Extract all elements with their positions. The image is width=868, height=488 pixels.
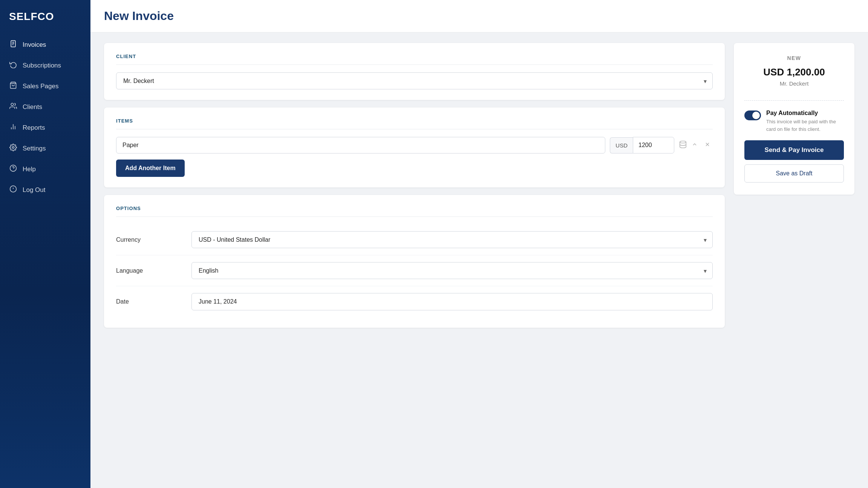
item-move-up-button[interactable] xyxy=(689,140,700,151)
client-select-wrapper: Mr. Deckert ▾ xyxy=(116,72,713,89)
currency-select-wrapper: USD - United States Dollar ▾ xyxy=(191,231,713,248)
language-select[interactable]: English xyxy=(191,262,713,279)
pay-auto-text-group: Pay Automatically This invoice will be p… xyxy=(766,110,844,133)
logo: SELFCO xyxy=(0,0,90,35)
clients-icon xyxy=(9,102,17,112)
invoice-summary-panel: NEW USD 1,200.00 Mr. Deckert Pay Automat… xyxy=(734,43,854,195)
currency-select[interactable]: USD - United States Dollar xyxy=(191,231,713,248)
item-remove-button[interactable] xyxy=(702,140,713,151)
sidebar-item-help[interactable]: Help xyxy=(0,159,90,179)
item-actions xyxy=(679,140,713,151)
page-title: New Invoice xyxy=(104,9,854,23)
currency-label: Currency xyxy=(116,236,191,243)
page-header: New Invoice xyxy=(90,0,868,32)
pay-auto-toggle[interactable] xyxy=(744,110,761,120)
sidebar-item-settings-label: Settings xyxy=(23,145,46,152)
sidebar-item-invoices-label: Invoices xyxy=(23,41,46,49)
options-section-label: OPTIONS xyxy=(116,206,713,217)
invoice-client-name: Mr. Deckert xyxy=(744,80,844,87)
settings-icon xyxy=(9,144,17,153)
sidebar-item-help-label: Help xyxy=(23,166,36,173)
item-currency-label: USD xyxy=(610,137,633,153)
item-row: USD xyxy=(116,137,713,153)
date-option-row: Date xyxy=(116,286,713,317)
date-label: Date xyxy=(116,298,191,305)
sidebar-item-settings[interactable]: Settings xyxy=(0,138,90,158)
toggle-thumb xyxy=(752,112,760,119)
main-content: New Invoice CLIENT Mr. Deckert ▾ ITEMS xyxy=(90,0,868,488)
pay-auto-description: This invoice will be paid with the card … xyxy=(766,118,844,133)
invoice-status-badge: NEW xyxy=(744,55,844,61)
subscriptions-icon xyxy=(9,61,17,70)
svg-point-15 xyxy=(680,141,686,143)
sidebar-item-logout[interactable]: Log Out xyxy=(0,180,90,200)
invoice-amount: USD 1,200.00 xyxy=(744,66,844,78)
logout-icon xyxy=(9,185,17,195)
sidebar-item-subscriptions-label: Subscriptions xyxy=(23,62,61,69)
language-select-wrapper: English ▾ xyxy=(191,262,713,279)
date-input-wrapper xyxy=(191,293,713,310)
add-item-button[interactable]: Add Another Item xyxy=(116,160,185,177)
sidebar-item-reports-label: Reports xyxy=(23,124,45,132)
toggle-track xyxy=(744,110,761,120)
invoices-icon xyxy=(9,40,17,49)
svg-point-5 xyxy=(11,103,14,106)
sidebar-item-logout-label: Log Out xyxy=(23,186,46,194)
sidebar-item-subscriptions[interactable]: Subscriptions xyxy=(0,55,90,75)
items-section-label: ITEMS xyxy=(116,118,713,129)
reports-icon xyxy=(9,123,17,132)
sidebar-item-reports[interactable]: Reports xyxy=(0,118,90,138)
save-draft-button[interactable]: Save as Draft xyxy=(744,164,844,183)
sidebar-item-clients-label: Clients xyxy=(23,103,42,111)
main-body: CLIENT Mr. Deckert ▾ ITEMS USD xyxy=(90,32,868,488)
options-card: OPTIONS Currency USD - United States Dol… xyxy=(104,195,725,328)
sidebar-item-invoices[interactable]: Invoices xyxy=(0,35,90,55)
date-input[interactable] xyxy=(191,293,713,310)
panel-divider xyxy=(744,100,844,101)
svg-point-9 xyxy=(12,147,14,149)
client-select[interactable]: Mr. Deckert xyxy=(116,72,713,89)
send-pay-button[interactable]: Send & Pay Invoice xyxy=(744,140,844,160)
items-card: ITEMS USD xyxy=(104,107,725,187)
currency-option-row: Currency USD - United States Dollar ▾ xyxy=(116,224,713,255)
item-name-input[interactable] xyxy=(116,137,605,153)
language-option-row: Language English ▾ xyxy=(116,255,713,286)
sidebar-nav: Invoices Subscriptions Sales Pages Clien… xyxy=(0,35,90,488)
invoice-form: CLIENT Mr. Deckert ▾ ITEMS USD xyxy=(104,43,725,477)
database-icon xyxy=(679,140,687,150)
sidebar-item-clients[interactable]: Clients xyxy=(0,97,90,117)
sales-pages-icon xyxy=(9,81,17,91)
client-card: CLIENT Mr. Deckert ▾ xyxy=(104,43,725,100)
language-label: Language xyxy=(116,267,191,274)
sidebar-item-sales-pages[interactable]: Sales Pages xyxy=(0,76,90,96)
client-section-label: CLIENT xyxy=(116,54,713,65)
item-amount-input[interactable] xyxy=(633,137,674,153)
pay-automatically-row: Pay Automatically This invoice will be p… xyxy=(744,110,844,133)
sidebar-item-sales-pages-label: Sales Pages xyxy=(23,83,58,90)
sidebar: SELFCO Invoices Subscriptions Sales Page… xyxy=(0,0,90,488)
item-price-group: USD xyxy=(610,137,674,153)
pay-auto-title: Pay Automatically xyxy=(766,110,844,117)
help-icon xyxy=(9,164,17,174)
